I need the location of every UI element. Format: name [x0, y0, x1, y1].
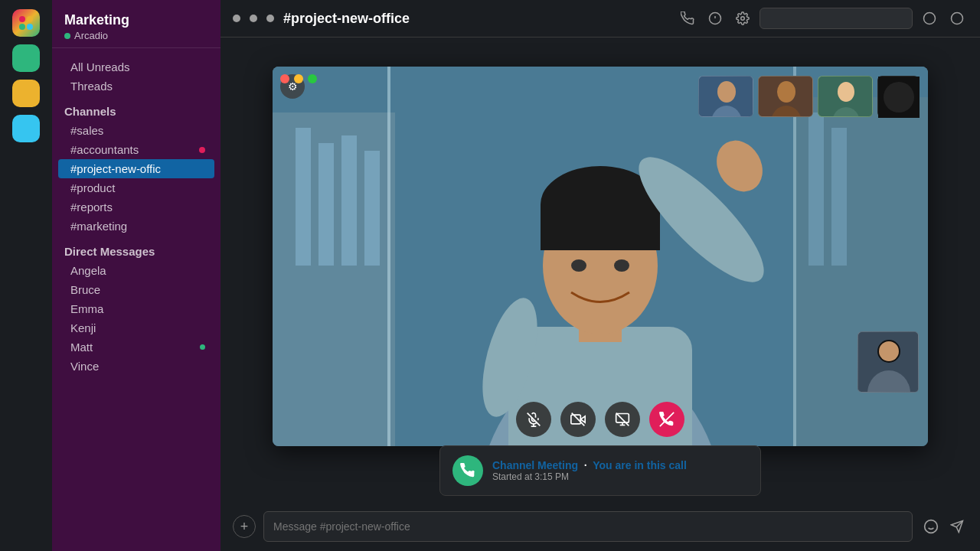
svg-rect-12	[296, 128, 311, 266]
svg-rect-26	[541, 204, 660, 250]
sidebar-item-project-new-office[interactable]: #project-new-offic	[58, 159, 214, 178]
svg-rect-17	[808, 112, 824, 266]
minimize-window-button[interactable]	[294, 74, 303, 83]
edit-icon[interactable]	[946, 8, 968, 29]
dot-nav-mid[interactable]	[250, 15, 257, 22]
end-call-button[interactable]	[649, 402, 684, 437]
svg-point-9	[952, 13, 963, 24]
channels-section-header[interactable]: Channels	[52, 96, 220, 121]
unread-badge	[199, 147, 205, 153]
sidebar-item-accountants[interactable]: #accountants	[58, 140, 214, 159]
channel-header: #project-new-office	[220, 0, 980, 37]
send-button[interactable]	[946, 516, 968, 537]
sidebar-item-dm-kenji[interactable]: Kenji	[58, 318, 214, 337]
input-actions	[920, 516, 968, 537]
sidebar-navigation: All Unreads Threads Channels #sales #acc…	[52, 48, 220, 551]
svg-point-1	[27, 16, 33, 22]
sidebar-item-dm-matt[interactable]: Matt	[58, 337, 214, 357]
sidebar: Marketing Arcadio All Unreads Threads Ch…	[52, 0, 220, 551]
emoji-button[interactable]	[920, 516, 942, 537]
svg-point-46	[879, 341, 899, 361]
channel-title: #project-new-office	[283, 11, 668, 27]
svg-point-36	[777, 81, 795, 103]
meeting-info: Channel Meeting · You are in this call S…	[492, 459, 748, 482]
svg-point-28	[614, 259, 629, 272]
mute-button[interactable]	[516, 402, 551, 437]
search-input[interactable]	[760, 8, 913, 29]
video-toggle-button[interactable]	[560, 402, 596, 437]
close-window-button[interactable]	[280, 74, 289, 83]
header-actions	[677, 8, 968, 29]
video-call-overlay: ⚙	[220, 37, 980, 551]
sidebar-item-threads[interactable]: Threads	[58, 77, 214, 96]
dot-nav-fwd[interactable]	[266, 15, 274, 22]
svg-rect-18	[831, 128, 847, 266]
svg-marker-50	[580, 416, 585, 422]
participant-thumb-bottom-right[interactable]	[858, 331, 919, 393]
sidebar-item-dm-bruce[interactable]: Bruce	[58, 280, 214, 299]
svg-rect-19	[387, 67, 390, 446]
svg-point-58	[925, 520, 938, 533]
main-video-feed: ⚙	[273, 67, 928, 446]
svg-point-42	[884, 82, 914, 112]
screen-share-button[interactable]	[605, 402, 640, 437]
dm-section-header[interactable]: Direct Messages	[52, 236, 220, 261]
sidebar-header: Marketing Arcadio	[52, 0, 220, 48]
svg-point-27	[571, 259, 586, 272]
svg-point-8	[924, 13, 936, 24]
channel-meeting-banner: Channel Meeting · You are in this call S…	[439, 445, 761, 496]
user-display-name: Arcadio	[74, 30, 108, 41]
meeting-status: You are in this call	[593, 459, 687, 471]
sidebar-item-sales[interactable]: #sales	[58, 121, 214, 140]
sidebar-item-dm-angela[interactable]: Angela	[58, 261, 214, 280]
workspace-icon-yellow[interactable]	[12, 80, 40, 107]
message-input[interactable]	[263, 511, 913, 542]
settings-icon[interactable]	[732, 8, 753, 29]
participant-thumbnails	[698, 76, 919, 117]
svg-rect-13	[318, 143, 334, 266]
sidebar-item-dm-vince[interactable]: Vince	[58, 357, 214, 376]
info-icon[interactable]	[704, 8, 726, 29]
workspace-icon-teal[interactable]	[12, 115, 40, 142]
meeting-title-text: Channel Meeting	[492, 459, 578, 471]
participant-thumb-3[interactable]	[818, 76, 873, 117]
meeting-banner-wrapper: Channel Meeting · You are in this call S…	[439, 445, 761, 505]
status-indicator	[64, 33, 70, 39]
dot-nav-back[interactable]	[233, 15, 240, 22]
window-controls	[280, 74, 317, 83]
workspace-icon-bar	[0, 0, 52, 551]
online-indicator	[200, 344, 205, 350]
meeting-icon	[452, 455, 483, 486]
svg-point-33	[717, 81, 736, 103]
sidebar-item-product[interactable]: #product	[58, 178, 214, 197]
svg-rect-15	[364, 151, 380, 266]
svg-point-0	[19, 16, 25, 22]
video-icon[interactable]	[919, 8, 940, 29]
svg-point-39	[838, 82, 854, 102]
add-attachment-button[interactable]: +	[233, 515, 256, 538]
video-call-window: ⚙	[273, 67, 928, 446]
svg-rect-14	[341, 135, 357, 266]
workspace-name[interactable]: Marketing	[64, 12, 208, 28]
participant-thumb-1[interactable]	[698, 76, 753, 117]
user-status: Arcadio	[64, 30, 208, 41]
phone-icon[interactable]	[677, 8, 698, 29]
meeting-title: Channel Meeting · You are in this call	[492, 459, 748, 471]
svg-point-3	[27, 24, 33, 30]
svg-point-2	[19, 24, 25, 30]
svg-point-7	[741, 17, 745, 21]
sidebar-item-all-unreads[interactable]: All Unreads	[58, 57, 214, 77]
sidebar-item-reports[interactable]: #reports	[58, 197, 214, 217]
main-content: #project-new-office	[220, 0, 980, 551]
sidebar-item-dm-emma[interactable]: Emma	[58, 299, 214, 318]
maximize-window-button[interactable]	[308, 74, 317, 83]
svg-rect-20	[793, 67, 796, 446]
meeting-started-time: Started at 3:15 PM	[492, 471, 748, 482]
participant-thumb-2[interactable]	[758, 76, 813, 117]
workspace-icon-green[interactable]	[12, 44, 40, 72]
message-input-bar: +	[220, 505, 980, 551]
sidebar-item-marketing[interactable]: #marketing	[58, 217, 214, 236]
workspace-icon-primary[interactable]	[12, 9, 40, 37]
call-controls	[516, 402, 684, 437]
participant-thumb-black[interactable]	[877, 76, 919, 117]
